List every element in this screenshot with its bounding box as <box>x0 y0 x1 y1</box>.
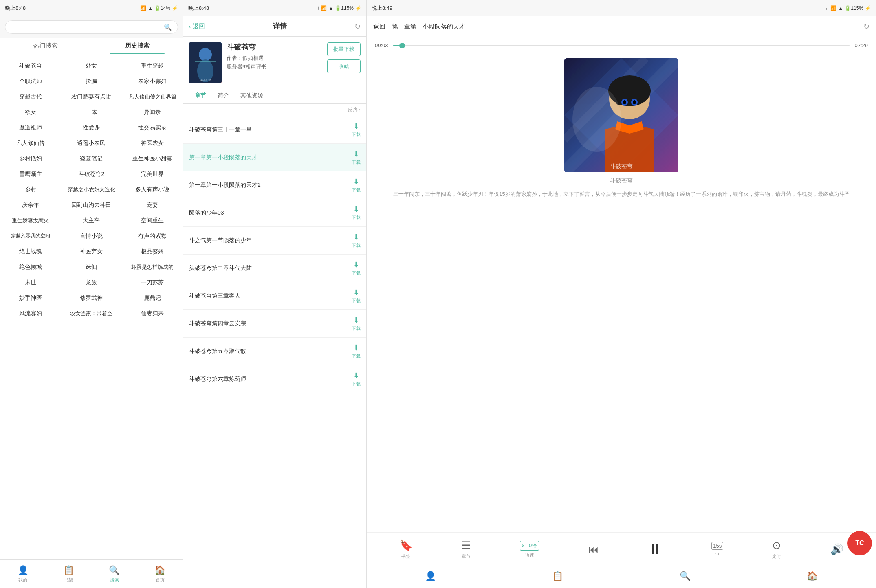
pause-button[interactable]: ⏸ <box>648 541 663 558</box>
download-button[interactable]: ⬇ 下载 <box>352 149 361 165</box>
list-item[interactable]: 修罗武神 <box>61 290 122 306</box>
table-row[interactable]: 斗破苍穹第三章客人 ⬇ 下载 <box>183 282 366 310</box>
list-item[interactable]: 重生娇妻太惹火 <box>0 213 61 228</box>
table-row[interactable]: 头破苍穹第二章斗气大陆 ⬇ 下载 <box>183 255 366 282</box>
nav-home[interactable]: 🏠 首页 <box>154 565 165 583</box>
sort-label[interactable]: 反序↑ <box>348 106 361 114</box>
nav-player-home[interactable]: 🏠 <box>807 571 818 581</box>
table-row[interactable]: 第一章第一小段陨落的天才 ⬇ 下载 <box>183 144 366 171</box>
list-item[interactable]: 穿越古代 <box>0 89 61 105</box>
download-button[interactable]: ⬇ 下载 <box>352 177 361 193</box>
list-item[interactable]: 异闻录 <box>122 105 183 120</box>
list-item[interactable]: 雪鹰领主 <box>0 167 61 182</box>
list-item[interactable]: 言情小说 <box>61 228 122 244</box>
prev-button[interactable]: ⏮ <box>588 543 599 556</box>
list-item[interactable]: 仙妻归来 <box>122 306 183 321</box>
list-item[interactable]: 宠妻 <box>122 197 183 213</box>
list-item[interactable]: 三体 <box>61 105 122 120</box>
list-item[interactable]: 全职法师 <box>0 74 61 89</box>
list-item[interactable]: 空间重生 <box>122 213 183 228</box>
nav-search[interactable]: 🔍 搜索 <box>109 565 120 583</box>
nav-player-search[interactable]: 🔍 <box>680 571 691 581</box>
list-item[interactable]: 神医农女 <box>122 136 183 151</box>
list-item[interactable]: 盗墓笔记 <box>61 151 122 167</box>
table-row[interactable]: 陨落的少年03 ⬇ 下载 <box>183 199 366 227</box>
list-item[interactable]: 末世 <box>0 275 61 290</box>
list-item[interactable]: 魔道祖师 <box>0 120 61 136</box>
list-item[interactable]: 坏蛋是怎样炼成的 <box>122 259 183 275</box>
list-item[interactable]: 凡人修仙传之仙界篇 <box>122 89 183 105</box>
table-row[interactable]: 斗破苍穹第三十一章一星 ⬇ 下载 <box>183 116 366 144</box>
chapters-button[interactable]: ☰ 章节 <box>461 539 471 559</box>
tab-history-search[interactable]: 历史搜索 <box>92 38 183 54</box>
table-row[interactable]: 斗破苍穹第五章聚气散 ⬇ 下载 <box>183 338 366 365</box>
list-item[interactable]: 鹿鼎记 <box>122 290 183 306</box>
list-item[interactable]: 性爱课 <box>61 120 122 136</box>
bookmark-button[interactable]: 🔖 书签 <box>399 539 412 559</box>
download-button[interactable]: ⬇ 下载 <box>352 233 361 248</box>
nav-profile[interactable]: 👤 我的 <box>18 565 29 583</box>
table-row[interactable]: 第一章第一小段陨落的天才2 ⬇ 下载 <box>183 171 366 199</box>
table-row[interactable]: 斗之气第一节陨落的少年 ⬇ 下载 <box>183 227 366 255</box>
list-item[interactable]: 农女当家：带着空 <box>61 306 122 321</box>
download-button[interactable]: ⬇ 下载 <box>352 316 361 331</box>
list-item[interactable]: 斗破苍穹 <box>0 58 61 74</box>
favorite-button[interactable]: 收藏 <box>327 59 361 73</box>
list-item[interactable]: 绝世战魂 <box>0 244 61 259</box>
list-item[interactable]: 性交易实录 <box>122 120 183 136</box>
list-item[interactable]: 重生穿越 <box>122 58 183 74</box>
list-item[interactable]: 穿越六零我的空间 <box>0 228 61 244</box>
tab-chapter[interactable]: 章节 <box>189 89 212 103</box>
refresh-button[interactable]: ↻ <box>354 22 361 31</box>
speed-button[interactable]: x1.0倍 语速 <box>520 541 539 558</box>
list-item[interactable]: 捡漏 <box>61 74 122 89</box>
list-item[interactable]: 斗破苍穹2 <box>61 167 122 182</box>
list-item[interactable]: 回到山沟去种田 <box>61 197 122 213</box>
list-item[interactable]: 妙手神医 <box>0 290 61 306</box>
list-item[interactable]: 穿越之小农妇大造化 <box>61 182 122 197</box>
download-button[interactable]: ⬇ 下载 <box>352 288 361 304</box>
list-item[interactable]: 处女 <box>61 58 122 74</box>
list-item[interactable]: 有声的紫襟 <box>122 228 183 244</box>
list-item[interactable]: 绝色倾城 <box>0 259 61 275</box>
table-row[interactable]: 斗破苍穹第六章炼药师 ⬇ 下载 <box>183 365 366 393</box>
tab-other-resources[interactable]: 其他资源 <box>235 89 269 103</box>
list-item[interactable]: 极品赘婿 <box>122 244 183 259</box>
tab-hot-search[interactable]: 热门搜索 <box>0 38 92 54</box>
tab-intro[interactable]: 简介 <box>212 89 235 103</box>
batch-download-button[interactable]: 批量下载 <box>327 42 361 56</box>
progress-track[interactable] <box>393 45 850 46</box>
list-item[interactable]: 神医弃女 <box>61 244 122 259</box>
download-button[interactable]: ⬇ 下载 <box>352 205 361 221</box>
skip-forward-button[interactable]: 15s ↪ <box>711 542 723 557</box>
list-item[interactable]: 凡人修仙传 <box>0 136 61 151</box>
list-item[interactable]: 乡村艳妇 <box>0 151 61 167</box>
table-row[interactable]: 斗破苍穹第四章云岚宗 ⬇ 下载 <box>183 310 366 338</box>
list-item[interactable]: 风流寡妇 <box>0 306 61 321</box>
download-button[interactable]: ⬇ 下载 <box>352 343 361 359</box>
nav-player-profile[interactable]: 👤 <box>425 571 436 581</box>
timer-button[interactable]: ⊙ 定时 <box>772 539 781 559</box>
search-input[interactable] <box>11 24 161 31</box>
back-button[interactable]: ‹ 返回 <box>189 22 205 30</box>
list-item[interactable]: 庆余年 <box>0 197 61 213</box>
volume-button[interactable]: 🔊 <box>830 543 843 556</box>
list-item[interactable]: 一刀苏苏 <box>122 275 183 290</box>
player-back-button[interactable]: 返回 <box>373 23 385 31</box>
list-item[interactable]: 多人有声小说 <box>122 182 183 197</box>
list-item[interactable]: 诛仙 <box>61 259 122 275</box>
list-item[interactable]: 欲女 <box>0 105 61 120</box>
list-item[interactable]: 农家小寡妇 <box>122 74 183 89</box>
search-bar[interactable]: 🔍 <box>5 20 178 34</box>
list-item[interactable]: 完美世界 <box>122 167 183 182</box>
progress-thumb[interactable] <box>399 43 405 48</box>
list-item[interactable]: 龙族 <box>61 275 122 290</box>
download-button[interactable]: ⬇ 下载 <box>352 371 361 387</box>
list-item[interactable]: 农门肥妻有点甜 <box>61 89 122 105</box>
nav-bookshelf[interactable]: 📋 书架 <box>63 565 74 583</box>
nav-player-bookshelf[interactable]: 📋 <box>552 571 563 581</box>
download-button[interactable]: ⬇ 下载 <box>352 260 361 276</box>
download-button[interactable]: ⬇ 下载 <box>352 122 361 138</box>
list-item[interactable]: 乡村 <box>0 182 61 197</box>
list-item[interactable]: 重生神医小甜妻 <box>122 151 183 167</box>
